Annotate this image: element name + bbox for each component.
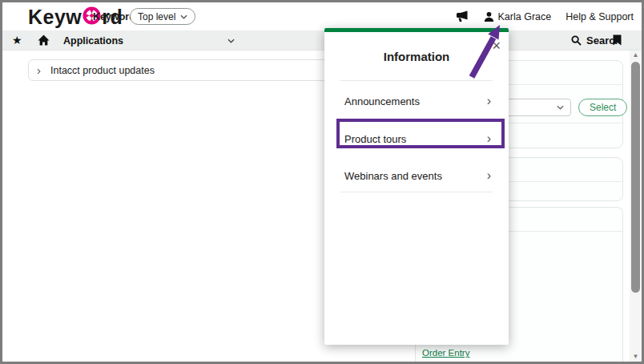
app-window: Keyw rd Keyword Top level <box>0 0 644 364</box>
chevron-down-icon <box>557 105 564 110</box>
scroll-down-icon[interactable]: ▼ <box>630 352 642 362</box>
announcements-megaphone-button[interactable] <box>456 10 469 22</box>
menu-item-product-tours[interactable]: Product tours › <box>324 127 509 151</box>
entity-selector-dropdown[interactable]: Top level <box>130 8 195 25</box>
chevron-right-icon: › <box>487 95 491 107</box>
help-support-link[interactable]: Help & Support <box>566 11 634 22</box>
home-button[interactable] <box>38 34 50 49</box>
scrollbar-thumb[interactable] <box>631 62 640 293</box>
chevron-right-icon: › <box>487 132 491 145</box>
home-icon <box>38 34 50 46</box>
chevron-right-icon: › <box>37 64 41 76</box>
chevron-right-icon: › <box>487 169 491 182</box>
close-icon[interactable]: × <box>492 38 501 53</box>
entity-selector-label: Top level <box>138 11 175 22</box>
panel-divider <box>340 192 493 192</box>
bookmark-icon <box>613 34 622 46</box>
megaphone-icon <box>456 10 469 22</box>
user-name: Karla Grace <box>498 11 552 22</box>
company-label: Keyword <box>93 11 135 22</box>
menu-item-webinars[interactable]: Webinars and events › <box>324 164 509 188</box>
applications-menu[interactable]: Applications <box>63 30 235 51</box>
panel-title: Information <box>324 50 509 63</box>
information-panel: Information × Announcements › Product to… <box>324 28 509 345</box>
applications-label: Applications <box>63 35 123 47</box>
purchasing-link[interactable]: Purchasing <box>422 361 469 364</box>
menu-item-label: Announcements <box>344 95 420 107</box>
bookmark-button[interactable] <box>613 34 622 49</box>
logo-text-prefix: Keyw <box>28 6 82 29</box>
menu-item-announcements[interactable]: Announcements › <box>324 89 509 113</box>
product-updates-label: Intacct product updates <box>50 65 155 76</box>
chevron-down-icon <box>227 38 235 43</box>
search-icon <box>571 35 582 46</box>
menu-item-label: Webinars and events <box>344 170 442 182</box>
vertical-scrollbar[interactable]: ▲ ▼ <box>630 51 642 362</box>
panel-divider <box>340 80 493 81</box>
select-button[interactable]: Select <box>578 99 627 116</box>
panel-divider <box>340 119 493 119</box>
user-menu[interactable]: Karla Grace <box>484 11 552 22</box>
favorites-star-icon[interactable]: ★ <box>12 33 22 48</box>
menu-item-label: Product tours <box>344 133 406 145</box>
top-bar: Keyw rd Keyword Top level <box>2 2 642 30</box>
chevron-down-icon <box>180 14 187 19</box>
scroll-up-icon[interactable]: ▲ <box>630 51 642 60</box>
user-icon <box>484 11 494 22</box>
order-entry-link[interactable]: Order Entry <box>422 348 469 358</box>
